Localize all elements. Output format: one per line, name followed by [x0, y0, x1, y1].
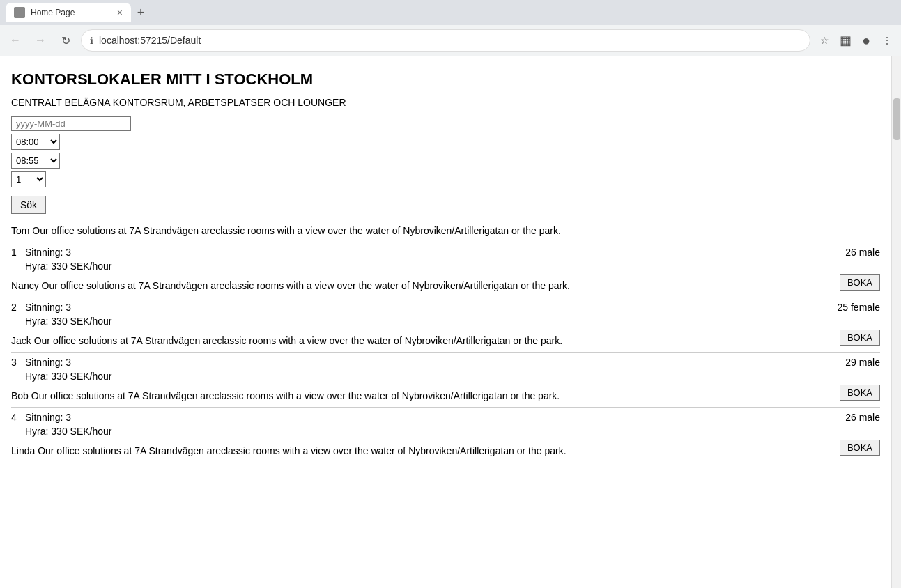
tab-favicon-icon — [14, 7, 25, 18]
browser-tab[interactable]: Home Page × — [6, 3, 131, 22]
listing-4-sitnning: Sitnning: 3 — [25, 412, 71, 423]
listing-4-info: Sitnning: 3 26 male — [25, 412, 880, 423]
browser-actions: ☆ ▦ ● ⋮ — [816, 32, 895, 49]
listing-3-description: Jack Our office solutions at 7A Strandvä… — [11, 335, 880, 346]
listing-2-age-gender: 25 female — [838, 302, 880, 313]
listing-4-description: Bob Our office solutions at 7A Strandväg… — [11, 390, 880, 401]
listing-item-2: 2 Sitnning: 3 25 female Hyra: 330 SEK/ho… — [11, 297, 880, 327]
listing-2-hyra: Hyra: 330 SEK/hour — [25, 316, 880, 327]
forward-button[interactable]: → — [31, 31, 50, 50]
listing-3-sitnning: Sitnning: 3 — [25, 357, 71, 368]
reload-button[interactable]: ↻ — [56, 31, 75, 50]
listing-number-3: 3 — [11, 357, 18, 368]
address-bar: ← → ↻ ℹ localhost:57215/Default ☆ ▦ ● ⋮ — [0, 25, 901, 56]
listing-2-description: Nancy Our office solutions at 7A Strandv… — [11, 280, 880, 291]
listing-item-4: 4 Sitnning: 3 26 male Hyra: 330 SEK/hour… — [11, 407, 880, 437]
boka-button-1[interactable]: BOKA — [840, 274, 880, 291]
date-input[interactable] — [11, 116, 131, 131]
listing-3-info: Sitnning: 3 29 male — [25, 357, 880, 368]
url-info-icon: ℹ — [90, 36, 93, 46]
tab-title: Home Page — [31, 8, 75, 17]
listing-5-description: Linda Our office solutions at 7A Strandv… — [11, 445, 880, 456]
listing-4-hyra: Hyra: 330 SEK/hour — [25, 426, 880, 437]
search-button[interactable]: Sök — [11, 196, 46, 214]
profile-icon[interactable]: ● — [858, 32, 875, 49]
listing-1-hyra: Hyra: 330 SEK/hour — [25, 261, 880, 272]
search-form: 08:00 08:30 09:00 09:30 10:00 08:55 09:0… — [11, 116, 880, 214]
page-description: Tom Our office solutions at 7A Strandväg… — [11, 225, 880, 236]
guests-select[interactable]: 1 2 3 4 — [11, 171, 46, 187]
listing-2-sitnning: Sitnning: 3 — [25, 302, 71, 313]
menu-icon[interactable]: ⋮ — [879, 32, 895, 49]
browser-chrome: Home Page × + ← → ↻ ℹ localhost:57215/De… — [0, 0, 901, 56]
url-bar[interactable]: ℹ localhost:57215/Default — [81, 29, 810, 52]
scrollbar-track[interactable] — [891, 56, 901, 588]
new-tab-button[interactable]: + — [131, 3, 151, 22]
tab-bar: Home Page × + — [0, 0, 901, 25]
start-time-select[interactable]: 08:00 08:30 09:00 09:30 10:00 — [11, 134, 60, 150]
listing-item-3: 3 Sitnning: 3 29 male Hyra: 330 SEK/hour… — [11, 352, 880, 382]
listing-number-4: 4 — [11, 412, 18, 423]
page-main-title: KONTORSLOKALER MITT I STOCKHOLM — [11, 70, 880, 88]
listing-3-age-gender: 29 male — [845, 357, 880, 368]
listing-1-info: Sitnning: 3 26 male — [25, 247, 880, 258]
extension-icon[interactable]: ▦ — [837, 32, 854, 49]
listings-container: 1 Sitnning: 3 26 male Hyra: 330 SEK/hour… — [11, 242, 880, 456]
end-time-select[interactable]: 08:55 09:00 09:30 10:00 10:30 — [11, 153, 60, 169]
listing-1-sitnning: Sitnning: 3 — [25, 247, 71, 258]
bookmark-icon[interactable]: ☆ — [816, 32, 833, 49]
listing-1-row: 1 Sitnning: 3 26 male Hyra: 330 SEK/hour — [11, 247, 880, 272]
boka-button-2[interactable]: BOKA — [840, 330, 880, 346]
back-button[interactable]: ← — [6, 31, 25, 50]
scrollbar-thumb[interactable] — [893, 98, 900, 140]
boka-button-3[interactable]: BOKA — [840, 385, 880, 401]
listing-number-1: 1 — [11, 247, 18, 258]
url-text: localhost:57215/Default — [99, 35, 801, 46]
page-content: KONTORSLOKALER MITT I STOCKHOLM CENTRALT… — [0, 56, 891, 588]
page-subtitle: CENTRALT BELÄGNA KONTORSRUM, ARBETSPLATS… — [11, 97, 880, 108]
listing-4-age-gender: 26 male — [845, 412, 880, 423]
listing-item: 1 Sitnning: 3 26 male Hyra: 330 SEK/hour… — [11, 242, 880, 272]
tab-close-button[interactable]: × — [117, 7, 123, 18]
listing-3-hyra: Hyra: 330 SEK/hour — [25, 371, 880, 382]
listing-number-2: 2 — [11, 302, 18, 313]
listing-1-age-gender: 26 male — [845, 247, 880, 258]
boka-button-4[interactable]: BOKA — [840, 440, 880, 456]
page-wrapper: KONTORSLOKALER MITT I STOCKHOLM CENTRALT… — [0, 56, 901, 588]
listing-2-info: Sitnning: 3 25 female — [25, 302, 880, 313]
